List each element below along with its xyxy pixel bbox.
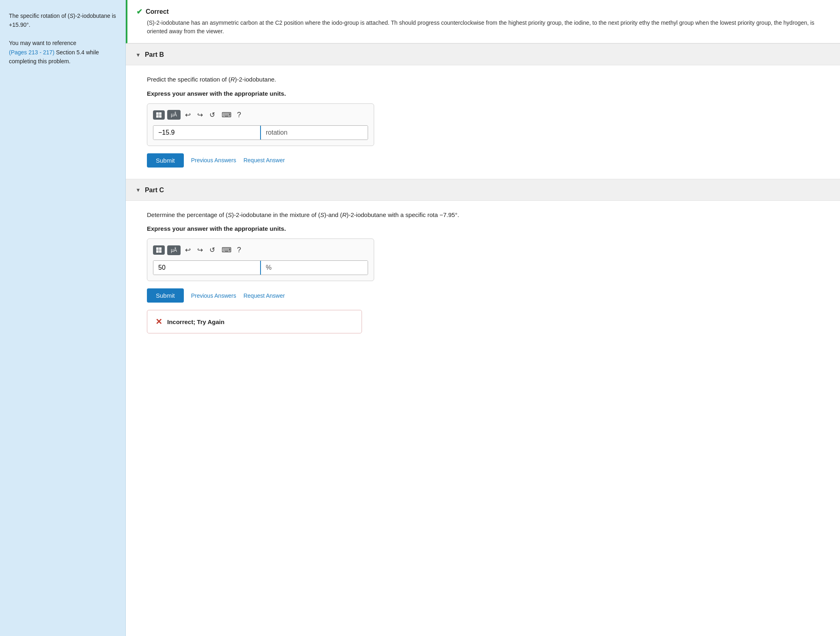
part-b-value-input[interactable] [153, 126, 261, 140]
part-b-undo-button[interactable]: ↩ [183, 110, 193, 120]
part-b-keyboard-button[interactable]: ⌨ [220, 110, 234, 120]
correct-banner: ✔ Correct (S)-2-iodobutane has an asymme… [126, 0, 840, 43]
part-b-express-label: Express your answer with the appropriate… [147, 90, 825, 97]
part-b-submit-button[interactable]: Submit [147, 153, 184, 168]
part-c-header[interactable]: ▼ Part C [126, 179, 840, 201]
part-b-toolbar: μÅ ↩ ↪ ↺ ⌨ ? [153, 110, 368, 120]
part-c-question: Determine the percentage of (S)-2-iodobu… [147, 211, 825, 220]
part-b-grid-button[interactable] [153, 110, 165, 120]
part-c-unit-input[interactable] [261, 261, 368, 275]
part-b-help-icon: ? [237, 111, 241, 119]
part-c-help-icon: ? [237, 246, 241, 254]
part-b-refresh-button[interactable]: ↺ [207, 110, 217, 120]
part-b-request-answer-link[interactable]: Request Answer [243, 157, 285, 163]
sidebar-rotation-text: The specific rotation of (S)-2-iodobutan… [9, 11, 116, 30]
part-c-refresh-button[interactable]: ↺ [207, 245, 217, 256]
part-b-section: ▼ Part B Predict the specific rotation o… [126, 43, 840, 179]
correct-title: Correct [146, 8, 169, 15]
part-c-arrow: ▼ [136, 187, 141, 193]
part-c-section: ▼ Part C Determine the percentage of (S)… [126, 179, 840, 345]
part-b-body: Predict the specific rotation of (R)-2-i… [126, 65, 840, 179]
part-c-undo-button[interactable]: ↩ [183, 245, 193, 256]
part-b-redo-button[interactable]: ↪ [195, 110, 205, 120]
sidebar-pages-link[interactable]: (Pages 213 - 217) [9, 49, 54, 56]
part-c-redo-button[interactable]: ↪ [195, 245, 205, 256]
check-icon: ✔ [136, 7, 142, 16]
correct-header: ✔ Correct [136, 7, 829, 16]
part-b-input-row [153, 125, 368, 140]
sidebar: The specific rotation of (S)-2-iodobutan… [0, 0, 126, 636]
part-b-unit-input[interactable] [261, 126, 368, 140]
part-b-label: Part B [145, 51, 164, 58]
part-b-previous-answers-link[interactable]: Previous Answers [191, 157, 236, 163]
part-c-value-input[interactable] [153, 261, 261, 275]
part-c-grid-button[interactable] [153, 245, 165, 255]
part-c-answer-box: μÅ ↩ ↪ ↺ ⌨ ? [147, 238, 374, 281]
correct-text: (S)-2-iodobutane has an asymmetric carbo… [136, 19, 829, 36]
incorrect-banner: ✕ Incorrect; Try Again [147, 310, 362, 333]
part-b-answer-box: μÅ ↩ ↪ ↺ ⌨ ? [147, 103, 374, 146]
part-c-toolbar: μÅ ↩ ↪ ↺ ⌨ ? [153, 245, 368, 256]
part-c-mu-button[interactable]: μÅ [167, 245, 181, 255]
main-content: ✔ Correct (S)-2-iodobutane has an asymme… [126, 0, 840, 636]
part-b-question: Predict the specific rotation of (R)-2-i… [147, 75, 825, 84]
part-b-actions: Submit Previous Answers Request Answer [147, 153, 825, 168]
part-c-keyboard-button[interactable]: ⌨ [220, 245, 234, 256]
part-c-body: Determine the percentage of (S)-2-iodobu… [126, 201, 840, 345]
incorrect-text: Incorrect; Try Again [167, 318, 224, 325]
part-c-input-row [153, 260, 368, 275]
part-c-previous-answers-link[interactable]: Previous Answers [191, 292, 236, 299]
part-b-mu-button[interactable]: μÅ [167, 110, 181, 120]
sidebar-reference-text: You may want to reference (Pages 213 - 2… [9, 39, 116, 66]
part-c-request-answer-link[interactable]: Request Answer [243, 292, 285, 299]
part-c-label: Part C [145, 187, 164, 194]
part-c-submit-button[interactable]: Submit [147, 288, 184, 303]
part-b-arrow: ▼ [136, 52, 141, 58]
part-c-express-label: Express your answer with the appropriate… [147, 225, 825, 232]
part-c-actions: Submit Previous Answers Request Answer [147, 288, 825, 303]
x-icon: ✕ [155, 317, 162, 327]
part-b-header[interactable]: ▼ Part B [126, 44, 840, 65]
